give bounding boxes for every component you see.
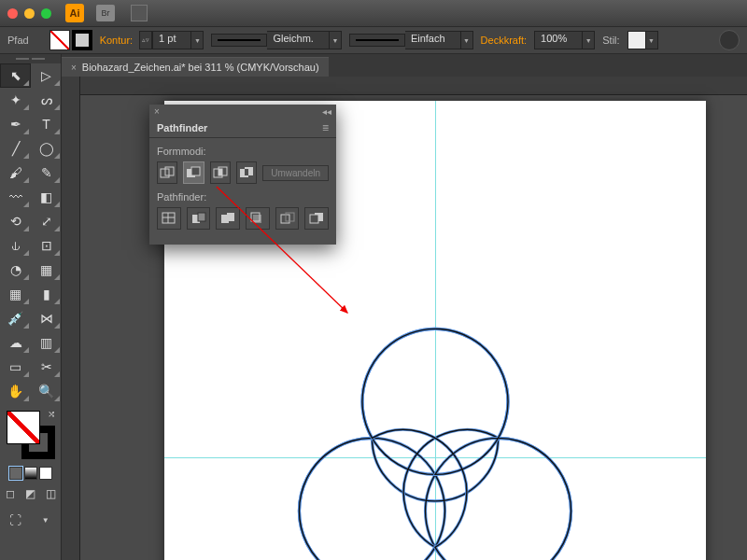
screen-mode-button[interactable]: ⛶: [0, 510, 31, 530]
gradient-mode-button[interactable]: [24, 467, 37, 480]
fill-swatch[interactable]: [49, 30, 70, 50]
direct-selection-tool[interactable]: ▷: [31, 63, 62, 88]
magic-wand-tool[interactable]: ✦: [0, 88, 31, 112]
brush-dropdown[interactable]: ▼: [460, 31, 473, 49]
object-type-label: Pfad: [7, 35, 29, 46]
biohazard-path[interactable]: [267, 269, 603, 560]
document-tab-label: Biohazard_Zeichen.ai* bei 311 % (CMYK/Vo…: [82, 62, 319, 73]
minus-front-button[interactable]: [183, 161, 204, 184]
control-bar: Pfad Kontur: ▵▿1 pt▼ Gleichm.▼ Einfach▼ …: [0, 26, 747, 54]
draw-inside-button[interactable]: ◫: [40, 483, 61, 504]
eraser-tool[interactable]: ◧: [31, 185, 62, 209]
pen-tool[interactable]: ✒: [0, 112, 31, 136]
lasso-tool[interactable]: ᔕ: [31, 88, 62, 112]
hand-tool[interactable]: ✋: [0, 379, 31, 403]
tools-grip[interactable]: [0, 54, 61, 63]
fill-stroke-indicator[interactable]: ⤭: [5, 409, 57, 461]
mesh-tool[interactable]: ▦: [0, 282, 31, 306]
artboard-tool[interactable]: ▭: [0, 355, 31, 379]
selection-tool[interactable]: ⬉: [0, 63, 31, 88]
style-dropdown[interactable]: ▼: [645, 31, 658, 49]
ellipse-tool[interactable]: ◯: [31, 136, 62, 161]
draw-normal-button[interactable]: ◻: [0, 483, 21, 504]
arrange-docs-button[interactable]: [131, 5, 148, 21]
document-tab-bar: × Biohazard_Zeichen.ai* bei 311 % (CMYK/…: [0, 54, 747, 77]
outline-button[interactable]: [275, 207, 300, 230]
shape-modes-label: Formmodi:: [157, 146, 329, 157]
brush-preview: [349, 34, 405, 47]
pathfinder-panel[interactable]: ×◂◂ Pathfinder≡ Formmodi: Umwandeln Path…: [149, 105, 336, 245]
window-maximize-button[interactable]: [41, 8, 51, 19]
ruler-vertical[interactable]: [62, 77, 80, 560]
draw-behind-button[interactable]: ◩: [21, 483, 41, 504]
minus-back-button[interactable]: [304, 207, 329, 230]
opacity-dropdown[interactable]: ▼: [582, 31, 595, 49]
shape-builder-tool[interactable]: ◔: [0, 258, 31, 282]
perspective-grid-tool[interactable]: ▦: [31, 258, 62, 282]
panel-header[interactable]: ×◂◂: [149, 105, 336, 118]
stroke-weight-stepper[interactable]: ▵▿: [139, 31, 152, 49]
scale-tool[interactable]: ⤢: [31, 209, 62, 233]
line-tool[interactable]: ╱: [0, 136, 31, 161]
svg-rect-14: [198, 213, 205, 221]
color-mode-button[interactable]: [9, 467, 22, 480]
sync-button[interactable]: [719, 30, 740, 50]
profile-preview: [211, 34, 267, 47]
slice-tool[interactable]: ✂: [31, 355, 62, 379]
collapse-icon[interactable]: ◂◂: [322, 106, 331, 117]
symbol-sprayer-tool[interactable]: ☁: [0, 330, 31, 355]
trim-button[interactable]: [187, 207, 211, 230]
fill-box[interactable]: [7, 411, 40, 444]
paintbrush-tool[interactable]: 🖌: [0, 161, 31, 185]
zoom-tool[interactable]: 🔍: [31, 379, 62, 403]
svg-rect-3: [191, 167, 200, 175]
brush-select[interactable]: Einfach: [405, 31, 461, 49]
svg-rect-6: [218, 169, 222, 175]
width-tool[interactable]: ⫝: [0, 233, 31, 258]
svg-rect-22: [310, 215, 318, 223]
intersect-button[interactable]: [210, 161, 231, 184]
style-swatch[interactable]: [627, 31, 646, 49]
blend-tool[interactable]: ⋈: [31, 306, 62, 330]
window-minimize-button[interactable]: [24, 8, 35, 19]
profile-dropdown[interactable]: ▼: [329, 31, 342, 49]
bridge-button[interactable]: Br: [96, 5, 115, 21]
divide-button[interactable]: [157, 207, 181, 230]
gradient-tool[interactable]: ▮: [31, 282, 62, 306]
blob-brush-tool[interactable]: 〰: [0, 185, 31, 209]
style-label: Stil:: [602, 35, 619, 46]
rotate-tool[interactable]: ⟲: [0, 209, 31, 233]
exclude-button[interactable]: [236, 161, 257, 184]
unite-button[interactable]: [157, 161, 177, 184]
merge-button[interactable]: [216, 207, 240, 230]
expand-button: Umwandeln: [262, 165, 329, 181]
opacity-label[interactable]: Deckkraft:: [481, 35, 528, 46]
app-icon: Ai: [65, 4, 84, 22]
screen-mode-dropdown[interactable]: ▼: [31, 510, 62, 530]
eyedropper-tool[interactable]: 💉: [0, 306, 31, 330]
pencil-tool[interactable]: ✎: [31, 161, 62, 185]
profile-select[interactable]: Gleichm.: [267, 31, 329, 49]
tools-panel: ⬉▷✦ᔕ✒T╱◯🖌✎〰◧⟲⤢⫝⊡◔▦▦▮💉⋈☁▥▭✂✋🔍 ⤭ ◻ ◩ ◫ ⛶ ▼: [0, 54, 62, 560]
stroke-weight-field[interactable]: 1 pt: [152, 31, 191, 49]
svg-rect-9: [245, 169, 248, 175]
stroke-swatch[interactable]: [72, 30, 92, 50]
ruler-horizontal[interactable]: [80, 77, 747, 95]
stroke-label[interactable]: Kontur:: [100, 35, 133, 46]
panel-menu-icon[interactable]: ≡: [322, 121, 329, 134]
opacity-field[interactable]: 100%: [534, 31, 583, 49]
document-tab[interactable]: × Biohazard_Zeichen.ai* bei 311 % (CMYK/…: [62, 57, 329, 77]
none-mode-button[interactable]: [39, 467, 52, 480]
type-tool[interactable]: T: [31, 112, 62, 136]
svg-rect-16: [227, 213, 234, 221]
crop-button[interactable]: [246, 207, 270, 230]
graph-tool[interactable]: ▥: [31, 330, 62, 355]
pathfinder-ops-label: Pathfinder:: [157, 191, 329, 203]
panel-title: Pathfinder: [157, 122, 207, 133]
swap-fill-stroke-icon[interactable]: ⤭: [48, 409, 55, 419]
window-close-button[interactable]: [7, 8, 18, 19]
close-tab-icon[interactable]: ×: [71, 63, 77, 73]
close-icon[interactable]: ×: [154, 106, 160, 117]
stroke-weight-dropdown[interactable]: ▼: [190, 31, 204, 49]
free-transform-tool[interactable]: ⊡: [31, 233, 62, 258]
